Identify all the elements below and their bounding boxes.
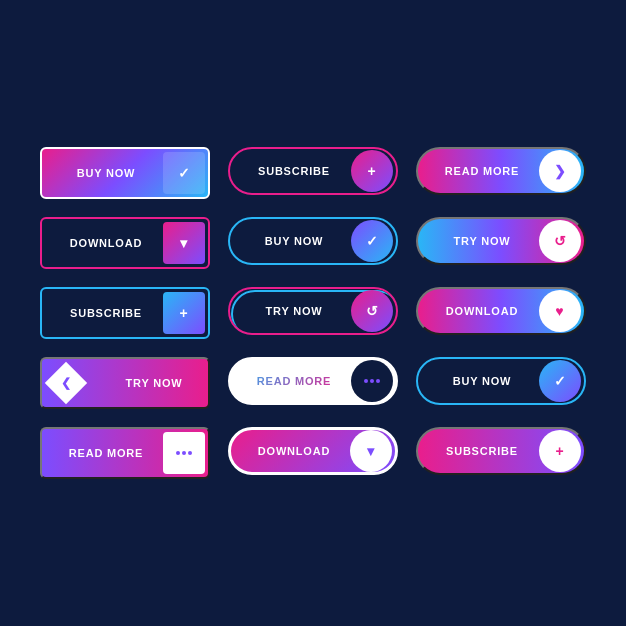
button-grid: BUY NOW ✓ SUBSCRIBE + READ MORE ❯ DOWNLO… [10,117,616,509]
try-now-button-4[interactable]: ❮ TRY NOW [40,357,210,409]
read-more-button-4[interactable]: READ MORE [228,357,398,405]
diamond-icon-4: ❮ [44,361,88,405]
subscribe-button-5[interactable]: SUBSCRIBE + [416,427,586,475]
subscribe-label-3: SUBSCRIBE [42,307,160,319]
subscribe-button-1[interactable]: SUBSCRIBE + [228,147,398,195]
buy-now-button-2[interactable]: BUY NOW ✓ [228,217,398,265]
plus-icon-1: + [351,150,393,192]
read-more-button-5[interactable]: READ MORE [40,427,210,479]
download-button-5[interactable]: DOWNLOAD ▾ [228,427,398,475]
plus-icon-5: + [539,430,581,472]
check-icon-1: ✓ [163,152,205,194]
refresh-icon-3: ↺ [351,290,393,332]
download-label-3: DOWNLOAD [418,305,536,317]
try-now-label-2: TRY NOW [418,235,536,247]
chevron-down-icon-5: ▾ [350,430,392,472]
download-button-2[interactable]: DOWNLOAD ▾ [40,217,210,269]
read-more-label-5: READ MORE [42,447,160,459]
heart-icon-3: ♥ [539,290,581,332]
try-now-button-3[interactable]: TRY NOW ↺ [228,287,398,335]
refresh-icon-2: ↺ [539,220,581,262]
chevron-down-icon-2: ▾ [163,222,205,264]
read-more-label-1: READ MORE [418,165,536,177]
subscribe-label-1: SUBSCRIBE [230,165,348,177]
read-more-label-4: READ MORE [230,375,348,387]
buy-now-label-4: BUY NOW [418,375,536,387]
plus-icon-3: + [163,292,205,334]
subscribe-button-3[interactable]: SUBSCRIBE + [40,287,210,339]
check-icon-4: ✓ [539,360,581,402]
read-more-button-1[interactable]: READ MORE ❯ [416,147,586,195]
check-icon-2: ✓ [351,220,393,262]
try-now-label-3: TRY NOW [230,305,348,317]
buy-now-button-1[interactable]: BUY NOW ✓ [40,147,210,199]
download-label-2: DOWNLOAD [42,237,160,249]
download-button-3[interactable]: DOWNLOAD ♥ [416,287,586,335]
buy-now-label-1: BUY NOW [42,167,160,179]
arrow-right-icon-1: ❯ [539,150,581,192]
try-now-label-4: TRY NOW [90,377,208,389]
download-label-5: DOWNLOAD [231,445,347,457]
buy-now-label-2: BUY NOW [230,235,348,247]
dots-icon-5 [163,432,205,474]
try-now-button-2[interactable]: TRY NOW ↺ [416,217,586,265]
buy-now-button-4[interactable]: BUY NOW ✓ [416,357,586,405]
dots-icon-4 [351,360,393,402]
subscribe-label-5: SUBSCRIBE [418,445,536,457]
